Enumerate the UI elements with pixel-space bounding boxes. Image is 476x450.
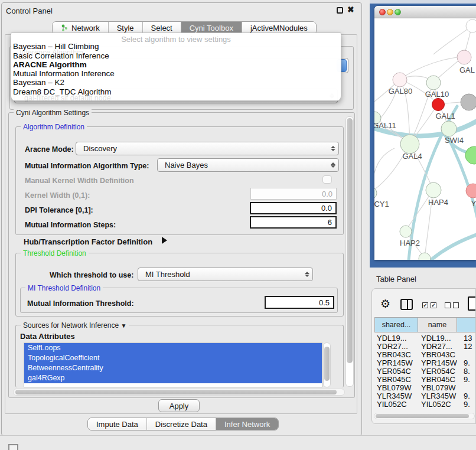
network-frame-top-strip — [370, 0, 476, 4]
algorithm-dropdown-popup: Select algorithm to view settings Bayesi… — [11, 32, 341, 101]
close-window-icon[interactable] — [379, 9, 386, 15]
attributes-scrollbar-thumb[interactable] — [324, 347, 330, 381]
mi-steps-field[interactable]: 6 — [250, 216, 337, 229]
gear-icon[interactable]: ⚙ — [380, 298, 390, 309]
hub-definition-label[interactable]: Hub/Transcription Factor Definition — [24, 237, 152, 246]
float-window-icon[interactable] — [337, 7, 343, 14]
table-horizontal-scrollbar-thumb[interactable] — [376, 414, 469, 418]
tab-impute-data-label: Impute Data — [96, 420, 138, 429]
list-item-gal4rgexp[interactable]: gal4RGexp — [24, 373, 322, 383]
aracne-mode-value: Discovery — [76, 144, 328, 153]
tab-style-label: Style — [117, 24, 134, 32]
network-window-titlebar[interactable] — [374, 6, 476, 18]
node-hap4[interactable] — [426, 182, 441, 198]
data-attributes-label: Data Attributes — [20, 332, 75, 341]
node-label: GAL11 — [374, 121, 396, 130]
popup-item-mutual-information[interactable]: Mutual Information Inference — [13, 69, 115, 78]
collapse-down-icon[interactable]: ▼ — [120, 322, 126, 329]
node-swi4[interactable] — [441, 121, 457, 136]
column-header-name[interactable]: name — [418, 317, 457, 332]
kernel-width-field[interactable]: 0.0 — [250, 188, 337, 200]
tab-impute-data[interactable]: Impute Data — [88, 418, 147, 430]
popup-item-aracne[interactable]: ARACNE Algorithm — [13, 60, 87, 69]
tab-cyni-toolbox-label: Cyni Toolbox — [190, 24, 233, 32]
table-row[interactable]: YIL052CYIL052C9. — [374, 400, 476, 407]
tab-network-label: Network — [71, 24, 100, 32]
node-label: Y — [471, 199, 476, 208]
mi-threshold-label: Mutual Information Threshold: — [27, 299, 134, 308]
mi-steps-label: Mutual Information Steps: — [25, 221, 116, 229]
node-gal1[interactable] — [432, 99, 445, 111]
checkbox-unchecked-icon[interactable] — [453, 302, 459, 308]
minimize-window-icon[interactable] — [387, 9, 393, 15]
ghost-source-combo-text: gal-filtered sif default node — [24, 94, 111, 102]
cyni-algorithm-settings-title: Cyni Algorithm Settings — [14, 109, 92, 117]
node-label: GAL4 — [402, 152, 422, 161]
ghost-inference-algorithm-title: Inference Algorithm — [19, 48, 83, 57]
columns-icon[interactable] — [400, 299, 413, 310]
list-item-selfloops[interactable]: SelfLoops — [24, 343, 322, 353]
settings-horizontal-scrollbar[interactable] — [13, 389, 345, 396]
mi-threshold-field[interactable]: 0.5 — [265, 296, 334, 309]
sources-title: Sources for Network Inference ▼ — [21, 321, 129, 330]
node-bottom[interactable] — [419, 253, 431, 260]
combo-spinner-icon — [328, 162, 338, 168]
combo-spinner-icon — [302, 272, 312, 277]
node-label: GAL80 — [389, 87, 412, 96]
node-gal10[interactable] — [426, 76, 441, 90]
tab-discretize-data[interactable]: Discretize Data — [147, 418, 216, 430]
node-gray[interactable] — [461, 94, 476, 110]
checkbox-unchecked-icon[interactable] — [445, 302, 451, 308]
table-panel-title: Table Panel — [376, 275, 416, 283]
settings-vertical-scrollbar-thumb[interactable] — [347, 118, 353, 363]
minimized-panel-icon[interactable] — [8, 444, 18, 450]
edge-thick — [431, 233, 476, 260]
manual-kernel-checkbox[interactable] — [322, 175, 332, 184]
which-threshold-label: Which threshold to use: — [50, 271, 133, 279]
node-bright-green[interactable] — [465, 146, 476, 164]
tab-jactivemnodules-label: jActiveMNodules — [250, 24, 308, 32]
network-icon — [61, 24, 69, 32]
column-header-shared[interactable]: shared... — [374, 317, 418, 332]
list-item-betweennesscentrality[interactable]: BetweennessCentrality — [24, 363, 322, 373]
tab-infer-network[interactable]: Infer Network — [216, 418, 278, 430]
node-label: HAP4 — [428, 198, 448, 207]
aracne-mode-combo[interactable]: Discovery — [76, 142, 339, 155]
popup-item-bayesian-k2[interactable]: Bayesian – K2 — [13, 78, 64, 87]
table-horizontal-scrollbar[interactable] — [374, 413, 475, 419]
mi-type-combo[interactable]: Naive Bayes — [157, 158, 339, 172]
node-gal80[interactable] — [393, 73, 407, 87]
checkbox-checked-icon[interactable]: ✓ — [431, 302, 436, 308]
node-label: GAL10 — [425, 90, 449, 99]
column-header-partial[interactable] — [457, 317, 476, 332]
settings-vertical-scrollbar[interactable] — [345, 116, 354, 387]
tab-select-label: Select — [151, 24, 172, 32]
close-panel-icon[interactable]: ✖ — [347, 5, 354, 14]
bottom-divider — [0, 435, 476, 436]
threshold-definition-title: Threshold Definition — [21, 249, 89, 257]
apply-button[interactable]: Apply — [158, 399, 200, 412]
network-canvas[interactable]: GAL GAL80 GAL10 GAL1 GAL11 SWI4 GAL4 GCY… — [374, 19, 476, 260]
manual-kernel-label: Manual Kernel Width Definition — [25, 177, 134, 185]
which-threshold-value: MI Threshold — [138, 270, 302, 279]
algorithm-definition-title: Algorithm Definition — [21, 123, 87, 131]
zoom-window-icon[interactable] — [395, 9, 401, 15]
settings-horizontal-scrollbar-thumb[interactable] — [15, 390, 337, 394]
dpi-tolerance-field[interactable]: 0.0 — [250, 202, 337, 214]
data-attributes-list: SelfLoops TopologicalCoefficient Between… — [24, 343, 322, 387]
document-icon[interactable] — [468, 296, 476, 311]
list-item-topologicalcoefficient[interactable]: TopologicalCoefficient — [24, 353, 322, 363]
expand-right-icon[interactable] — [162, 237, 167, 244]
node-unlabeled[interactable] — [466, 19, 476, 32]
network-window[interactable]: GAL GAL80 GAL10 GAL1 GAL11 SWI4 GAL4 GCY… — [374, 6, 476, 260]
tab-infer-network-label: Infer Network — [224, 420, 270, 429]
node-hap2[interactable] — [400, 226, 412, 237]
which-threshold-combo[interactable]: MI Threshold — [138, 268, 313, 281]
node-gal[interactable] — [457, 50, 471, 64]
node-label: HAP2 — [400, 239, 420, 247]
attributes-scrollbar[interactable] — [323, 343, 331, 387]
checkbox-checked-icon[interactable]: ✓ — [422, 302, 428, 308]
node-label: GAL1 — [435, 112, 455, 120]
bottom-tabbar: Impute Data Discretize Data Infer Networ… — [87, 418, 279, 431]
node-gal4[interactable] — [400, 135, 419, 154]
